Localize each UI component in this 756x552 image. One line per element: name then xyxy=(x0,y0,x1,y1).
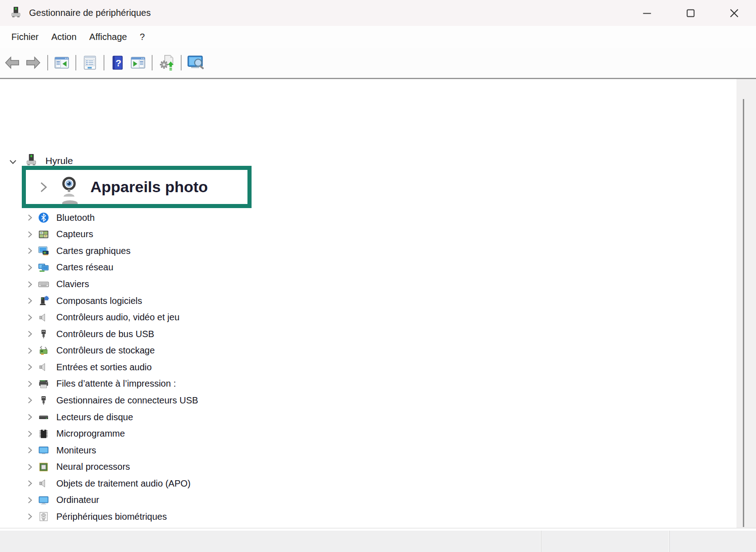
audio-inputs-outputs-icon xyxy=(38,362,49,373)
display-adapters-icon xyxy=(38,245,49,256)
tree-item-entr-es-et-sorties-audio[interactable]: Entrées et sorties audio xyxy=(0,359,726,376)
close-icon xyxy=(728,7,741,20)
tree-item-neural-processors[interactable]: Neural processors xyxy=(0,458,726,475)
tree-item-bluetooth[interactable]: Bluetooth xyxy=(0,209,726,226)
tree-item-label: Périphériques de sécurité xyxy=(56,528,159,528)
chevron-right-icon[interactable] xyxy=(26,497,34,504)
chevron-right-icon[interactable] xyxy=(26,214,34,221)
tree-item-label: Objets de traitement audio (APO) xyxy=(56,478,191,489)
tree-item-contr-leurs-audio-vid-o-et-jeu[interactable]: Contrôleurs audio, vidéo et jeu xyxy=(0,309,726,326)
titlebar: Gestionnaire de périphériques xyxy=(0,0,756,26)
chevron-right-icon[interactable] xyxy=(26,347,34,354)
tree-item-cartes-r-seau[interactable]: Cartes réseau xyxy=(0,259,726,276)
tree-item-lecteurs-de-disque[interactable]: Lecteurs de disque xyxy=(0,409,726,426)
chevron-right-icon[interactable] xyxy=(26,513,34,520)
chevron-right-icon[interactable] xyxy=(26,264,34,271)
menu-affichage[interactable]: Affichage xyxy=(83,32,133,42)
chevron-right-icon[interactable] xyxy=(26,330,34,338)
status-segment xyxy=(0,531,541,552)
forward-icon xyxy=(25,54,42,71)
toolbar: ? xyxy=(0,48,756,78)
console-tree-icon xyxy=(54,55,70,71)
usb-connector-managers-icon xyxy=(38,395,49,406)
chevron-right-icon[interactable] xyxy=(26,480,34,487)
menu-help[interactable]: ? xyxy=(133,32,151,42)
tree-item-label: Contrôleurs de bus USB xyxy=(56,329,154,339)
chevron-right-icon[interactable] xyxy=(26,430,34,438)
print-queues-icon xyxy=(38,378,49,389)
status-segment xyxy=(670,531,756,552)
tree-item-label: Contrôleurs de stockage xyxy=(56,345,155,356)
properties-button[interactable] xyxy=(82,55,98,71)
network-adapters-icon xyxy=(38,262,49,273)
tree-item-contr-leurs-de-stockage[interactable]: Contrôleurs de stockage xyxy=(0,343,726,359)
chevron-right-icon[interactable] xyxy=(26,314,34,321)
tree-item-p-riph-riques-biom-triques[interactable]: Périphériques biométriques xyxy=(0,508,726,525)
disk-drives-icon xyxy=(38,412,49,423)
toolbar-separator xyxy=(104,55,104,70)
scrollbar-thumb[interactable] xyxy=(743,99,744,527)
vertical-scrollbar[interactable] xyxy=(736,79,756,528)
chevron-right-icon[interactable] xyxy=(26,447,34,454)
tree-item-claviers[interactable]: Claviers xyxy=(0,276,726,293)
forward-button[interactable] xyxy=(25,54,42,71)
chevron-right-icon[interactable] xyxy=(26,463,34,471)
tree-item-label: Moniteurs xyxy=(56,445,96,456)
keyboard-icon xyxy=(38,279,49,290)
tree-item-moniteurs[interactable]: Moniteurs xyxy=(0,442,726,459)
tree-item-label: Lecteurs de disque xyxy=(56,412,133,423)
scan-hardware-icon xyxy=(158,54,175,71)
tree-item-gestionnaires-de-connecteurs-usb[interactable]: Gestionnaires de connecteurs USB xyxy=(0,392,726,409)
svg-text:?: ? xyxy=(116,58,122,68)
chevron-right-icon[interactable] xyxy=(26,363,34,371)
help-icon: ? xyxy=(110,55,125,70)
tree-item-label: Composants logiciels xyxy=(56,296,142,306)
tree-item-objets-de-traitement-audio-apo[interactable]: Objets de traitement audio (APO) xyxy=(0,475,726,492)
show-action-pane-button[interactable] xyxy=(130,55,146,71)
highlight-label: Appareils photo xyxy=(90,178,208,196)
remote-computer-button[interactable] xyxy=(187,54,205,72)
chevron-right-icon[interactable] xyxy=(26,380,34,388)
chevron-right-icon[interactable] xyxy=(26,247,34,254)
maximize-button[interactable] xyxy=(669,0,712,26)
tree-item-files-d-attente-l-impression[interactable]: Files d’attente à l’impression : xyxy=(0,376,726,393)
tree-item-label: Gestionnaires de connecteurs USB xyxy=(56,395,198,406)
chevron-right-icon[interactable] xyxy=(26,397,34,404)
usb-controllers-icon xyxy=(38,328,49,339)
show-console-tree-button[interactable] xyxy=(54,55,70,71)
chevron-down-icon[interactable] xyxy=(9,158,17,166)
tree-item-p-riph-riques-de-s-curit[interactable]: Périphériques de sécurité xyxy=(0,525,726,528)
tree-root-label: Hyrule xyxy=(45,155,73,166)
close-button[interactable] xyxy=(712,0,756,26)
minimize-button[interactable] xyxy=(625,0,669,26)
toolbar-separator xyxy=(75,55,76,70)
tree-item-microprogramme[interactable]: Microprogramme xyxy=(0,425,726,442)
computer-icon xyxy=(38,495,49,506)
chevron-right-icon[interactable] xyxy=(26,281,34,288)
tree-item-ordinateur[interactable]: Ordinateur xyxy=(0,492,726,509)
tree-item-cartes-graphiques[interactable]: Cartes graphiques xyxy=(0,243,726,259)
chevron-right-icon[interactable] xyxy=(26,297,34,304)
tree-item-composants-logiciels[interactable]: Composants logiciels xyxy=(0,293,726,309)
tree-item-label: Contrôleurs audio, vidéo et jeu xyxy=(56,312,179,323)
chevron-right-icon[interactable] xyxy=(26,231,34,238)
maximize-icon xyxy=(685,7,697,19)
chevron-right-icon[interactable] xyxy=(26,413,34,421)
back-button[interactable] xyxy=(4,54,21,71)
scan-hardware-changes-button[interactable] xyxy=(158,54,175,71)
highlight-box-appareils-photo[interactable]: Appareils photo xyxy=(22,166,252,208)
tree-item-label: Capteurs xyxy=(56,229,93,239)
chevron-right-icon[interactable] xyxy=(38,181,49,193)
security-devices-icon xyxy=(38,528,49,528)
tree-item-label: Bluetooth xyxy=(56,213,95,223)
menu-bar: Fichier Action Affichage ? xyxy=(0,26,756,48)
tree-item-label: Entrées et sorties audio xyxy=(56,362,152,373)
menu-fichier[interactable]: Fichier xyxy=(5,32,45,42)
firmware-icon xyxy=(38,428,49,439)
menu-action[interactable]: Action xyxy=(45,32,83,42)
help-button[interactable]: ? xyxy=(110,55,125,70)
tree-item-label: Files d’attente à l’impression : xyxy=(56,378,176,389)
tree-item-contr-leurs-de-bus-usb[interactable]: Contrôleurs de bus USB xyxy=(0,326,726,343)
status-segment xyxy=(541,531,670,552)
tree-item-capteurs[interactable]: Capteurs xyxy=(0,226,726,243)
